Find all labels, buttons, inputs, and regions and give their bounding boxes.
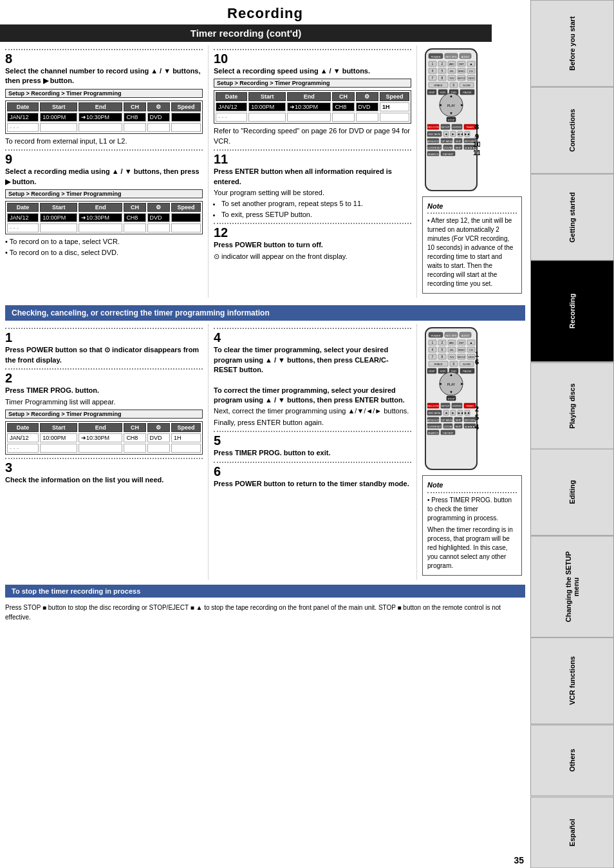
step-11-bullet-2: To exit, press SETUP button. <box>221 210 411 220</box>
svg-text:►►: ►► <box>464 411 470 415</box>
sidebar-tab-espanol[interactable]: Español <box>530 797 614 868</box>
svg-text:VCR: VCR <box>440 91 446 94</box>
checking-left: 1 Press POWER button so that ⊙ indicator… <box>5 325 209 579</box>
svg-text:DISP: DISP <box>429 370 435 373</box>
step-8-note: To record from external input, L1 or L2. <box>5 137 203 146</box>
svg-text:5: 5 <box>475 413 479 421</box>
svg-text:REC SPD: REC SPD <box>445 55 457 59</box>
svg-text:7: 7 <box>432 355 434 359</box>
svg-text:9: 9 <box>475 133 479 140</box>
svg-text:6: 6 <box>475 358 479 366</box>
svg-text:◄: ◄ <box>445 411 448 415</box>
checking-title: Checking, canceling, or correcting the t… <box>12 308 270 317</box>
svg-text:REC/OTR: REC/OTR <box>427 404 439 408</box>
page-title: Recording <box>0 0 530 24</box>
svg-text:10: 10 <box>473 140 480 148</box>
step-c6-number: 6 <box>214 465 411 478</box>
step-c5-block: 5 Press TIMER PROG. button to exit. <box>214 434 411 458</box>
sidebar-tab-others[interactable]: Others <box>530 724 614 796</box>
remote-control-bottom: POWER REC SPD AUDIO 1 2 ABC DEF <box>422 325 480 473</box>
sidebar-tab-editing[interactable]: Editing <box>530 449 614 536</box>
setup-title-9: Setup > Recording > Timer Programming <box>5 189 203 198</box>
step-11-block: 11 Press ENTER button when all informati… <box>214 153 411 220</box>
step-11-bullet-1: To set another program, repeat steps 5 t… <box>221 199 411 209</box>
svg-text:PAUSE: PAUSE <box>463 91 472 94</box>
sidebar-tab-before-you-start[interactable]: Before you start <box>530 0 614 87</box>
svg-text:2: 2 <box>475 405 479 413</box>
stop-section: To stop the timer recording in process P… <box>5 585 525 625</box>
sidebar-tab-getting-started[interactable]: Getting started <box>530 174 614 261</box>
sidebar-tab-connections[interactable]: Connections <box>530 87 614 174</box>
svg-text:WXYZ: WXYZ <box>458 77 465 80</box>
svg-text:CLR/RESET: CLR/RESET <box>427 425 442 428</box>
svg-text:REC MON: REC MON <box>429 133 441 136</box>
sidebar-tab-recording[interactable]: Recording <box>530 260 614 362</box>
svg-text:SKIP: SKIP <box>455 146 461 149</box>
svg-text:▲: ▲ <box>470 62 473 66</box>
step-12-title: Press POWER button to turn off. <box>214 240 411 250</box>
step-10-number: 10 <box>214 52 411 65</box>
svg-text:◄◄: ◄◄ <box>457 411 463 415</box>
setup-title-8: Setup > Recording > Timer Programming <box>5 89 203 98</box>
svg-text:DEF: DEF <box>459 341 465 344</box>
svg-text:4: 4 <box>475 423 479 431</box>
svg-text:STOP: STOP <box>448 397 455 401</box>
svg-text:◄◄/►►: ◄◄/►► <box>465 425 476 428</box>
svg-text:◄: ◄ <box>445 132 448 136</box>
svg-text:ENTER: ENTER <box>452 126 461 129</box>
note-body-bottom-2: When the timer recording is in process, … <box>427 525 517 571</box>
svg-text:MENU/LST: MENU/LST <box>427 419 440 422</box>
svg-text:SKIP: SKIP <box>455 140 461 143</box>
svg-text:SKIP: SKIP <box>455 425 461 428</box>
svg-text:11: 11 <box>473 149 480 156</box>
checking-right: 4 To clear the timer programming, select… <box>214 325 417 579</box>
svg-text:REC/OTR: REC/OTR <box>427 126 439 129</box>
sidebar-tab-playing-discs[interactable]: Playing discs <box>530 363 614 449</box>
note-box-top: Note • After step 12, the unit will be t… <box>422 196 522 294</box>
svg-text:►: ► <box>452 132 455 136</box>
step-c4-number: 4 <box>214 331 411 344</box>
subtitle-text: Timer recording (cont'd) <box>191 28 301 39</box>
svg-text:1: 1 <box>432 341 434 344</box>
step-c5-number: 5 <box>214 434 411 447</box>
svg-text:VCR: VCR <box>440 370 446 373</box>
step-c4-body3: Finally, press ENTER button again. <box>214 418 411 428</box>
svg-text:DEF: DEF <box>459 62 465 66</box>
sidebar-tab-changing-setup[interactable]: Changing the SETUP menu <box>530 536 614 637</box>
svg-text:5: 5 <box>442 348 443 352</box>
sidebar-tab-vcr-functions[interactable]: VCR functions <box>530 637 614 724</box>
step-c1-block: 1 Press POWER button so that ⊙ indicator… <box>5 331 203 365</box>
svg-text:7: 7 <box>432 76 434 80</box>
svg-text:8: 8 <box>475 123 479 131</box>
checking-remote-note: POWER REC SPD AUDIO 1 2 ABC DEF <box>422 325 525 579</box>
svg-text:SEARCH: SEARCH <box>428 153 439 156</box>
svg-text:►: ► <box>452 411 455 415</box>
checking-bar: Checking, canceling, or correcting the t… <box>5 305 525 321</box>
svg-text:ZOOM: ZOOM <box>444 425 452 428</box>
step-12-body: ⊙ indicator will appear on the front dis… <box>214 252 411 261</box>
stop-title: To stop the timer recording in process <box>12 587 140 595</box>
step-11-number: 11 <box>214 153 411 165</box>
step-c4-title: To clear the timer programming, select y… <box>214 345 411 375</box>
step-c6-title: Press POWER button to return to the time… <box>214 479 411 489</box>
svg-text:TIMER: TIMER <box>466 126 474 129</box>
step-c4-body2-title: To correct the timer programming, select… <box>214 386 411 406</box>
stop-body: Press STOP ■ button to stop the disc rec… <box>5 600 525 625</box>
step-11-body: Your program setting will be stored. <box>214 188 411 198</box>
step-10-note: Refer to "Recording speed" on page 26 fo… <box>214 126 411 146</box>
svg-text:0: 0 <box>453 83 455 87</box>
step-c2-number: 2 <box>5 372 203 384</box>
svg-text:CM SKIP: CM SKIP <box>443 153 454 156</box>
section-header: Timer recording (cont'd) <box>0 24 492 42</box>
step-9-title: Select a recording media using ▲ / ▼ but… <box>5 167 203 187</box>
step-c1-title: Press POWER button so that ⊙ indicator d… <box>5 345 203 365</box>
svg-text:4: 4 <box>432 69 434 73</box>
svg-text:SETUP: SETUP <box>441 404 450 408</box>
svg-text:▼: ▼ <box>449 390 453 394</box>
svg-text:RETURN: RETURN <box>465 419 476 422</box>
svg-text:PAUSE: PAUSE <box>463 370 472 373</box>
step-c4-body2: Next, correct the timer programming usin… <box>214 406 411 416</box>
title-text: Recording <box>227 5 303 21</box>
svg-text:◄: ◄ <box>438 382 442 386</box>
setup-table-10: DateStartEndCH⚙Speed JAN/1210:00PM➜10:30… <box>214 90 411 124</box>
